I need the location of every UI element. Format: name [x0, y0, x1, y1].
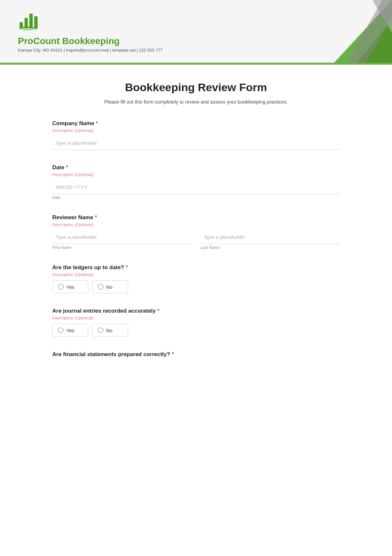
main-content: Bookkeeping Review Form Please fill out … — [39, 65, 353, 388]
header-content: ProCount Bookkeeping Kansas City, MO 641… — [18, 10, 163, 53]
field-label-journal: Are journal entries recorded accurately … — [52, 308, 340, 314]
header-decoration — [281, 0, 392, 64]
field-date: Date * Description (Optional) Date — [52, 164, 340, 200]
field-journal-entries: Are journal entries recorded accurately … — [52, 308, 340, 337]
form-title: Bookkeeping Review Form — [52, 81, 340, 94]
field-desc-company-name: Description (Optional) — [52, 128, 340, 133]
field-desc-date: Description (Optional) — [52, 172, 340, 177]
reviewer-first-hint: First Name — [52, 245, 191, 250]
ledgers-yes-option[interactable]: Yes — [52, 280, 88, 293]
ledgers-yes-radio[interactable] — [58, 284, 64, 290]
ledgers-no-option[interactable]: No — [92, 280, 128, 293]
field-label-financial: Are financial statements prepared correc… — [52, 351, 340, 358]
reviewer-last-name-input[interactable] — [201, 230, 340, 244]
field-hint-date: Date — [52, 195, 340, 200]
ledgers-no-label: No — [106, 284, 112, 290]
reviewer-last-col: Last Name — [201, 230, 340, 250]
field-label-reviewer: Reviewer Name * — [52, 214, 340, 221]
field-company-name: Company Name * Description (Optional) — [52, 120, 340, 150]
field-ledgers: Are the ledgers up to date? * Descriptio… — [52, 264, 340, 293]
reviewer-first-col: First Name — [52, 230, 191, 250]
svg-rect-3 — [34, 16, 38, 28]
form-subtitle: Please fill out this form completely to … — [52, 99, 340, 105]
journal-yes-option[interactable]: Yes — [52, 324, 88, 337]
field-desc-journal: Description (Optional) — [52, 316, 340, 320]
field-reviewer-name: Reviewer Name * Description (Optional) F… — [52, 214, 340, 250]
field-label-date: Date * — [52, 164, 340, 171]
reviewer-last-hint: Last Name — [201, 245, 340, 250]
reviewer-name-cols: First Name Last Name — [52, 230, 340, 250]
svg-rect-2 — [29, 14, 33, 28]
journal-yes-label: Yes — [66, 328, 74, 333]
journal-radio-group: Yes No — [52, 324, 340, 337]
field-desc-ledgers: Description (Optional) — [52, 272, 340, 277]
ledgers-radio-group: Yes No — [52, 280, 340, 293]
company-name-input[interactable] — [52, 136, 340, 150]
header: ProCount Bookkeeping Kansas City, MO 641… — [0, 0, 392, 64]
field-financial-statements: Are financial statements prepared correc… — [52, 351, 340, 358]
date-input[interactable] — [52, 180, 340, 194]
company-name: ProCount Bookkeeping — [18, 36, 163, 46]
field-desc-reviewer: Description (Optional) — [52, 222, 340, 227]
journal-no-label: No — [106, 328, 112, 333]
journal-no-option[interactable]: No — [92, 324, 128, 337]
field-label-ledgers: Are the ledgers up to date? * — [52, 264, 340, 271]
ledgers-yes-label: Yes — [66, 284, 74, 290]
company-info: Kansas City, MO 64101 | Inquire@procount… — [18, 48, 163, 53]
ledgers-no-radio[interactable] — [98, 284, 104, 290]
journal-yes-radio[interactable] — [58, 327, 64, 333]
journal-no-radio[interactable] — [98, 327, 104, 333]
field-label-company-name: Company Name * — [52, 120, 340, 127]
reviewer-first-name-input[interactable] — [52, 230, 191, 244]
company-logo — [18, 10, 42, 33]
svg-rect-1 — [24, 18, 28, 28]
